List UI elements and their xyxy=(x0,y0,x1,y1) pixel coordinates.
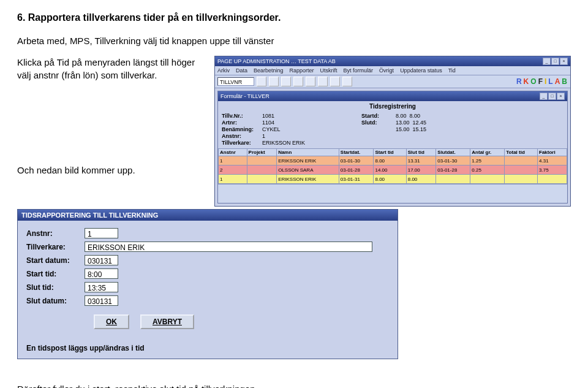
close-icon[interactable]: × xyxy=(557,93,565,100)
menu-item[interactable]: Byt formulär xyxy=(344,67,374,74)
maximize-icon[interactable]: □ xyxy=(551,58,559,65)
table-header: Startdat. xyxy=(339,149,374,156)
time-table: AnstnrProjektNamnStartdat.Start tidSlut … xyxy=(218,148,567,184)
input-startdat[interactable]: 030131 xyxy=(85,255,118,265)
menu-item[interactable]: Utskrift xyxy=(320,67,337,74)
instruction-2: Och nedan bild kommer upp. xyxy=(17,164,207,177)
instruction-1: Klicka på Tid på menyraden längst till h… xyxy=(17,56,207,82)
minimize-icon[interactable]: _ xyxy=(540,93,548,100)
toolbar-icon[interactable] xyxy=(257,77,266,86)
time-report-dialog: TIDSRAPPORTERING TILL TILLVERKNING Anstn… xyxy=(17,209,398,359)
toolbar-icon[interactable] xyxy=(281,77,291,86)
toolbar-icon[interactable] xyxy=(342,77,352,86)
window-controls: _ □ × xyxy=(543,58,568,65)
table-header: Slutdat. xyxy=(436,149,470,156)
dialog-title: TIDSRAPPORTERING TILL TILLVERKNING xyxy=(18,210,398,221)
table-row[interactable]: 1ERIKSSON ERIK03-01-318.008.00 xyxy=(219,175,567,184)
ok-button[interactable]: OK xyxy=(94,314,129,329)
menu-item[interactable]: Rapporter xyxy=(290,67,314,74)
brand-logo: RKOFILAB xyxy=(516,77,568,86)
table-row[interactable]: 2OLSSON SARA03-01-2814.0017.0003-01-280.… xyxy=(219,165,567,175)
table-header: Start tid xyxy=(374,149,406,156)
inner-window: Formulär - TILLVER _ □ × Tidsregistrerin… xyxy=(217,91,568,204)
table-header: Projekt xyxy=(247,149,277,156)
intro-text: Arbeta med, MPS, Tillverkning välj tid k… xyxy=(17,34,571,47)
input-tillverkare[interactable]: ERIKSSON ERIK xyxy=(85,242,372,252)
menu-item[interactable]: Övrigt xyxy=(379,67,394,74)
label-slutdat: Slut datum: xyxy=(26,297,85,305)
form-area: Tillv.Nr.: 1081 Startd: 8.00 8.00 Artnr:… xyxy=(218,112,567,148)
section-title: Tidsregistrering xyxy=(218,101,567,112)
input-anstnr[interactable]: 1 xyxy=(85,228,118,238)
app-title: PAGE UP ADMINISTRATION … TEST DATA AB xyxy=(217,58,336,64)
value-artnr: 1104 xyxy=(262,120,317,126)
menu-item[interactable]: Bearbetning xyxy=(254,67,284,74)
label-tillverkare: Tillverkare: xyxy=(26,243,85,251)
table-header: Total tid xyxy=(505,149,538,156)
label-benamning: Benämning: xyxy=(222,126,258,132)
cancel-button[interactable]: AVBRYT xyxy=(140,314,194,329)
table-header: Slut tid xyxy=(406,149,436,156)
dialog-footer: En tidspost läggs upp/ändras i tid xyxy=(18,344,398,359)
table-header: Anstnr xyxy=(219,149,247,156)
toolbar-icon[interactable] xyxy=(330,77,340,86)
app-window: PAGE UP ADMINISTRATION … TEST DATA AB _ … xyxy=(214,56,571,207)
toolbar: TILLVNR RKOFILAB xyxy=(215,75,570,88)
scroll-area[interactable] xyxy=(218,184,567,203)
toolbar-icon[interactable] xyxy=(318,77,328,86)
maximize-icon[interactable]: □ xyxy=(548,93,556,100)
inner-title: Formulär - TILLVER xyxy=(221,93,270,99)
label-slutd: Slutd: xyxy=(361,120,392,126)
table-header: Antal gr. xyxy=(470,149,505,156)
toolbar-icon[interactable] xyxy=(269,77,279,86)
input-starttid[interactable]: 8:00 xyxy=(85,268,118,279)
inner-titlebar: Formulär - TILLVER _ □ × xyxy=(218,91,567,101)
label-sluttid: Slut tid: xyxy=(26,283,85,292)
input-sluttid[interactable]: 13:35 xyxy=(85,282,118,292)
label-startdat: Start datum: xyxy=(26,256,85,265)
value-tillvnr: 1081 xyxy=(262,113,317,119)
heading: 6. Rapportera tillverkarens tider på en … xyxy=(17,12,571,23)
value-benamning: CYKEL xyxy=(262,126,317,132)
close-icon[interactable]: × xyxy=(560,58,568,65)
value-anstnr: 1 xyxy=(262,133,317,139)
table-row[interactable]: 1ERIKSSON ERIK03-01-308.0013.3103-01-301… xyxy=(219,156,567,165)
final-text: Därefter fyller du i start, respektive s… xyxy=(17,382,571,388)
label-starttid: Start tid: xyxy=(26,270,85,278)
label-startd: Startd: xyxy=(361,113,392,119)
input-slutdat[interactable]: 030131 xyxy=(85,295,118,306)
label-tillverkare: Tillverkare: xyxy=(222,140,258,146)
toolbar-icon[interactable] xyxy=(306,77,315,86)
label-artnr: Artnr: xyxy=(222,120,258,126)
menu-bar: Arkiv Data Bearbetning Rapporter Utskrif… xyxy=(215,66,570,75)
minimize-icon[interactable]: _ xyxy=(543,58,551,65)
app-titlebar: PAGE UP ADMINISTRATION … TEST DATA AB _ … xyxy=(215,56,570,66)
value-tillverkare: ERIKSSON ERIK xyxy=(262,140,317,146)
menu-item[interactable]: Arkiv xyxy=(217,67,230,74)
table-header: Faktori xyxy=(538,149,567,156)
menu-item-tid[interactable]: Tid xyxy=(448,67,456,74)
toolbar-field[interactable]: TILLVNR xyxy=(217,77,254,86)
label-anstnr: Anstnr: xyxy=(26,229,85,238)
label-tillvnr: Tillv.Nr.: xyxy=(222,113,258,119)
label-anstnr: Anstnr: xyxy=(222,133,258,139)
menu-item[interactable]: Uppdatera status xyxy=(400,67,442,74)
menu-item[interactable]: Data xyxy=(236,67,247,74)
table-header: Namn xyxy=(277,149,339,156)
toolbar-icon[interactable] xyxy=(293,77,303,86)
